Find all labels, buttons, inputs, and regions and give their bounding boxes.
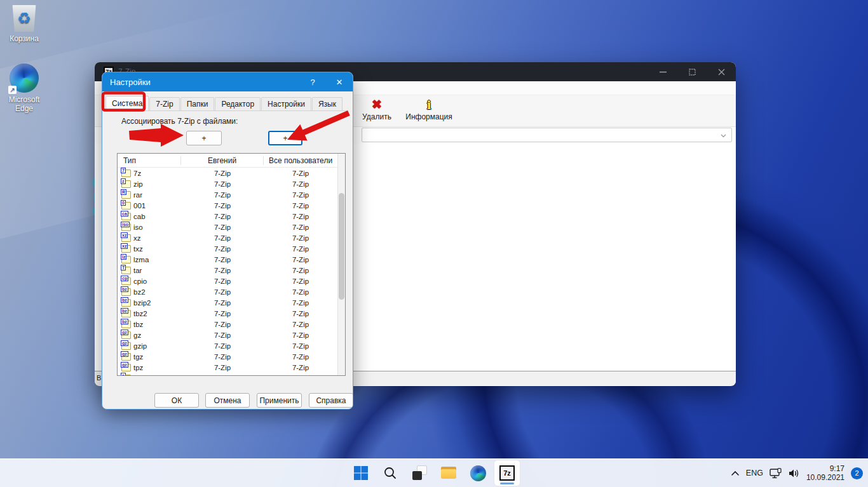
table-row[interactable]: xz txz 7-Zip 7-Zip — [118, 243, 345, 254]
start-button[interactable] — [348, 460, 374, 486]
file-type-cell: lz lzma — [118, 256, 181, 264]
dialog-tab[interactable]: Редактор — [215, 97, 261, 110]
dialog-close-button[interactable]: ✕ — [326, 72, 353, 91]
file-type-cell: bz bzip2 — [118, 299, 181, 307]
dialog-button[interactable]: Отмена — [205, 393, 250, 408]
all-users-cell: 7-Zip — [264, 170, 337, 177]
table-row[interactable]: cp cpio 7-Zip 7-Zip — [118, 276, 345, 286]
language-indicator[interactable]: ENG — [746, 469, 763, 477]
scrollbar-thumb[interactable] — [339, 193, 344, 300]
taskbar: 7z ENG 9:17 10.0 — [0, 458, 868, 487]
maximize-icon — [689, 69, 696, 76]
associate-label: Ассоциировать 7-Zip с файлами: — [121, 117, 238, 126]
current-user-cell: 7-Zip — [181, 234, 264, 242]
table-scrollbar[interactable] — [337, 154, 345, 375]
current-user-cell: 7-Zip — [181, 310, 264, 317]
info-toolbar-button[interactable]: i Информация — [400, 97, 458, 121]
edge-taskbar-button[interactable] — [465, 460, 491, 486]
file-explorer-button[interactable] — [436, 460, 461, 486]
table-row[interactable]: z zip 7-Zip 7-Zip — [118, 178, 345, 189]
network-button[interactable] — [770, 468, 782, 479]
minimize-button[interactable] — [648, 62, 677, 81]
table-row[interactable]: 0 001 7-Zip 7-Zip — [118, 200, 345, 211]
delete-toolbar-button[interactable]: ✖ Удалить — [348, 97, 406, 121]
table-row[interactable]: gz gzip 7-Zip 7-Zip — [118, 340, 345, 351]
file-extension: tpz — [133, 364, 143, 371]
file-type-cell: T tar — [118, 267, 181, 274]
table-row[interactable]: R rar 7-Zip 7-Zip — [118, 189, 345, 200]
table-row[interactable]: bz bzip2 7-Zip 7-Zip — [118, 297, 345, 308]
table-row[interactable]: gz tpz 7-Zip 7-Zip — [118, 362, 345, 373]
desktop-icon-recycle-bin[interactable]: ♻ Корзина — [0, 5, 48, 43]
current-user-cell: 7-Zip — [181, 180, 264, 188]
file-type-icon: cp — [121, 277, 131, 285]
file-type-cell: gz tpz — [118, 364, 181, 371]
volume-button[interactable] — [789, 469, 800, 478]
table-row[interactable]: bz bz2 7-Zip 7-Zip — [118, 286, 345, 297]
dialog-tab[interactable]: Язык — [312, 97, 342, 110]
table-row[interactable]: T tar 7-Zip 7-Zip — [118, 265, 345, 276]
dialog-tab[interactable]: 7-Zip — [149, 97, 179, 110]
table-row[interactable]: gz gz 7-Zip 7-Zip — [118, 330, 345, 340]
plus-button[interactable]: + — [268, 131, 302, 145]
notification-badge[interactable]: 2 — [851, 467, 863, 479]
table-row[interactable]: bz tbz 7-Zip 7-Zip — [118, 319, 345, 330]
file-type-cell: gz gzip — [118, 342, 181, 350]
dialog-button[interactable]: Применить — [257, 393, 302, 408]
current-user-cell: 7-Zip — [181, 202, 264, 210]
dialog-button[interactable]: ОК — [154, 393, 199, 408]
current-user-cell: 7-Zip — [181, 245, 264, 253]
file-type-badge: lz — [121, 254, 126, 260]
file-type-icon: ca — [121, 213, 131, 220]
file-extension: cab — [133, 213, 146, 220]
all-users-cell: 7-Zip — [264, 256, 337, 264]
table-row[interactable]: iso iso 7-Zip 7-Zip — [118, 222, 345, 232]
current-user-cell: 7-Zip — [181, 277, 264, 285]
hidden-icons-button[interactable] — [731, 470, 740, 476]
clock[interactable]: 9:17 10.09.2021 — [806, 464, 844, 482]
column-header-all-users[interactable]: Все пользователи — [264, 156, 337, 165]
dialog-button[interactable]: Справка — [309, 393, 353, 408]
seven-zip-taskbar-button[interactable]: 7z — [494, 460, 520, 486]
dialog-tab[interactable]: Система — [105, 96, 149, 110]
all-users-cell: 7-Zip — [264, 364, 337, 371]
file-type-cell: xz xz — [118, 234, 181, 242]
current-user-cell: 7-Zip — [181, 353, 264, 361]
help-button[interactable]: ? — [299, 72, 326, 91]
table-row[interactable]: lz lzma 7-Zip 7-Zip — [118, 254, 345, 265]
delete-cross-icon: ✖ — [348, 97, 406, 112]
delete-toolbar-label: Удалить — [362, 112, 391, 121]
current-user-cell: 7-Zip — [181, 321, 264, 328]
task-view-button[interactable] — [407, 460, 432, 486]
address-bar[interactable] — [362, 128, 732, 142]
file-type-badge: cp — [121, 276, 128, 281]
file-type-badge: bz — [121, 319, 128, 324]
dialog-tab[interactable]: Папки — [180, 97, 215, 110]
chevron-down-icon[interactable] — [719, 131, 728, 142]
search-button[interactable] — [377, 460, 403, 486]
table-row[interactable]: gz tgz 7-Zip 7-Zip — [118, 351, 345, 362]
tray-time: 9:17 — [806, 464, 844, 473]
all-users-cell: 7-Zip — [264, 288, 337, 296]
file-type-cell: R rar — [118, 191, 181, 199]
column-header-type[interactable]: Тип — [118, 156, 181, 165]
table-row[interactable]: xz xz 7-Zip 7-Zip — [118, 232, 345, 243]
table-row[interactable]: z z 7-Zip 7-Zip — [118, 373, 345, 376]
file-extension: 001 — [133, 202, 146, 210]
maximize-button[interactable] — [677, 62, 707, 81]
desktop-icon-label: Microsoft Edge — [0, 95, 48, 113]
desktop-icon-edge[interactable]: ↗ Microsoft Edge — [0, 63, 48, 113]
table-row[interactable]: 7 7z 7-Zip 7-Zip — [118, 168, 345, 178]
dialog-tab[interactable]: Настройки — [261, 97, 311, 110]
table-row[interactable]: ca cab 7-Zip 7-Zip — [118, 211, 345, 222]
file-type-badge: xz — [121, 243, 128, 249]
table-row[interactable]: bz tbz2 7-Zip 7-Zip — [118, 308, 345, 319]
windows-logo-icon — [353, 465, 369, 481]
column-header-user[interactable]: Евгений — [181, 156, 264, 165]
file-type-icon: z — [121, 375, 131, 377]
close-button[interactable] — [707, 62, 736, 81]
plus-button[interactable]: + — [186, 131, 222, 145]
file-extension: gzip — [133, 342, 147, 350]
file-type-cell: cp cpio — [118, 277, 181, 285]
current-user-cell: 7-Zip — [181, 331, 264, 339]
